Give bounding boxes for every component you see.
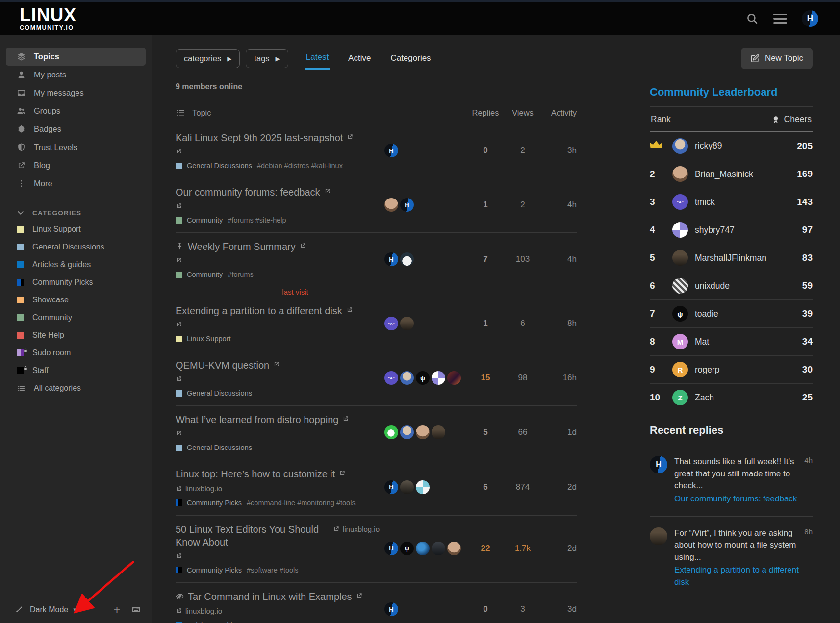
topic-title[interactable]: Tar Command in Linux with Examples: [188, 590, 352, 603]
leaderboard-row[interactable]: 3 “A” tmick 143: [650, 188, 813, 216]
sidebar-item-blog[interactable]: Blog: [6, 156, 146, 174]
avatar-penguin[interactable]: [400, 252, 414, 266]
sidebar-item-trust-levels[interactable]: Trust Levels: [6, 138, 146, 156]
external-link[interactable]: [356, 592, 366, 599]
tags-filter-dropdown[interactable]: tags ▶: [246, 49, 288, 68]
topic-category[interactable]: Community: [187, 216, 223, 224]
hamburger-menu-icon[interactable]: [773, 14, 787, 24]
external-link[interactable]: linuxblog.io: [333, 525, 380, 533]
avatar-darkphoto[interactable]: [432, 542, 445, 555]
sidebar-category-articles-guides[interactable]: Articles & guides: [6, 256, 146, 274]
reply-topic-link[interactable]: Our community forums: feedback: [674, 493, 799, 505]
activity-column-header[interactable]: Activity: [541, 108, 577, 118]
avatar-toadie[interactable]: ψ: [416, 371, 430, 385]
tab-active[interactable]: Active: [347, 49, 372, 69]
leaderboard-row[interactable]: 2 Brian_Masinick 169: [650, 160, 813, 188]
leaderboard-row[interactable]: 7 ψ toadie 39: [650, 299, 813, 327]
avatar-jh[interactable]: H: [384, 542, 398, 555]
member-name[interactable]: rogerp: [695, 365, 720, 375]
topic-tags[interactable]: #debian #distros #kali-linux: [257, 162, 343, 170]
topic-column-header[interactable]: Topic: [192, 108, 384, 118]
avatar-jh[interactable]: H: [802, 10, 818, 27]
tab-categories[interactable]: Categories: [389, 49, 432, 69]
topic-title[interactable]: Kali Linux Sept 9th 2025 last-snapshot: [176, 131, 343, 144]
avatar-artred[interactable]: [447, 371, 461, 385]
avatar-bald[interactable]: [416, 425, 430, 439]
external-link[interactable]: [176, 148, 185, 155]
new-topic-button[interactable]: New Topic: [741, 48, 813, 69]
avatar-greenguy[interactable]: [384, 425, 398, 439]
theme-selector[interactable]: Dark Mode: [30, 605, 68, 614]
avatar-ricky[interactable]: [400, 371, 414, 385]
sidebar-item-groups[interactable]: Groups: [6, 102, 146, 120]
sidebar-category-site-help[interactable]: Site Help: [6, 326, 146, 344]
member-name[interactable]: tmick: [695, 197, 715, 207]
external-link[interactable]: [176, 430, 185, 437]
avatar-bald[interactable]: [447, 542, 461, 555]
topic-title[interactable]: Weekly Forum Summary: [188, 240, 296, 253]
avatar-bald[interactable]: [384, 198, 398, 212]
sidebar-category-sudo-room[interactable]: Sudo room: [6, 344, 146, 362]
external-link[interactable]: [347, 133, 356, 140]
topic-title[interactable]: QEMU-KVM question: [176, 359, 269, 372]
member-name[interactable]: Mat: [695, 337, 709, 347]
external-link[interactable]: [176, 552, 185, 559]
external-link[interactable]: [273, 361, 283, 368]
external-link[interactable]: [176, 257, 185, 264]
avatar-askhole[interactable]: “A”: [384, 371, 398, 385]
external-link[interactable]: [324, 188, 334, 195]
topic-category[interactable]: Articles & guides: [187, 621, 240, 623]
topic-title[interactable]: Our community forums: feedback: [176, 186, 320, 199]
leaderboard-row[interactable]: ricky89 205: [650, 132, 813, 160]
avatar-toadie[interactable]: ψ: [400, 542, 414, 555]
avatar-man2[interactable]: [400, 480, 414, 494]
topic-category[interactable]: Linux Support: [187, 335, 230, 343]
avatar-jh[interactable]: H: [384, 252, 398, 266]
topic-tags[interactable]: #forums: [228, 271, 253, 278]
sidebar-category-staff[interactable]: Staff: [6, 362, 146, 379]
topic-tags[interactable]: #command-line #monitoring #tools: [247, 499, 356, 507]
avatar-ricky[interactable]: [400, 425, 414, 439]
sidebar-item-my-messages[interactable]: My messages: [6, 84, 146, 102]
caret-down-icon[interactable]: ▾: [73, 606, 76, 613]
member-name[interactable]: toadie: [695, 309, 718, 319]
categories-filter-dropdown[interactable]: categories ▶: [176, 49, 240, 68]
site-logo[interactable]: LINUX COMMUNITY.IO: [20, 6, 76, 31]
sidebar-category-community-picks[interactable]: Community Picks: [6, 274, 146, 291]
avatar-askhole[interactable]: “A”: [384, 317, 398, 330]
sidebar-category-general-discussions[interactable]: General Discussions: [6, 238, 146, 256]
topic-title[interactable]: Linux top: Here’s how to customize it: [176, 468, 335, 480]
external-link[interactable]: [176, 202, 185, 209]
avatar-tealpat[interactable]: [416, 480, 430, 494]
replies-column-header[interactable]: Replies: [467, 108, 504, 118]
leaderboard-title[interactable]: Community Leaderboard: [650, 86, 813, 99]
topic-category[interactable]: Community: [187, 271, 223, 278]
member-name[interactable]: Brian_Masinick: [695, 169, 753, 179]
external-link[interactable]: linuxblog.io: [176, 607, 222, 615]
search-icon[interactable]: [746, 12, 759, 25]
avatar-marshall[interactable]: [400, 317, 414, 330]
topic-category[interactable]: Community Picks: [187, 499, 242, 507]
topic-category[interactable]: General Discussions: [187, 444, 252, 451]
leaderboard-row[interactable]: 10 Z Zach 25: [650, 383, 813, 411]
sidebar-category-community[interactable]: Community: [6, 309, 146, 326]
external-link[interactable]: [346, 306, 356, 313]
member-name[interactable]: Zach: [695, 393, 714, 403]
avatar-jh[interactable]: H: [384, 144, 398, 157]
reply-topic-link[interactable]: Extending a partition to a different dis…: [674, 564, 799, 588]
external-link[interactable]: [300, 242, 309, 249]
member-name[interactable]: unixdude: [695, 281, 730, 291]
avatar-shybry[interactable]: [432, 371, 445, 385]
topic-category[interactable]: General Discussions: [187, 389, 252, 397]
sidebar-category-linux-support[interactable]: Linux Support: [6, 221, 146, 238]
tab-latest[interactable]: Latest: [305, 48, 330, 70]
external-link[interactable]: [342, 415, 352, 422]
leaderboard-row[interactable]: 8 M Mat 34: [650, 327, 813, 355]
leaderboard-row[interactable]: 4 shybry747 97: [650, 216, 813, 244]
topic-tags[interactable]: #forums #site-help: [228, 216, 286, 224]
leaderboard-row[interactable]: 5 MarshallJFlinkman 83: [650, 244, 813, 272]
external-link[interactable]: [176, 375, 185, 382]
external-link[interactable]: linuxblog.io: [176, 484, 222, 493]
topic-tags[interactable]: #software #tools: [247, 566, 299, 574]
sidebar-item-topics[interactable]: Topics: [6, 48, 146, 66]
